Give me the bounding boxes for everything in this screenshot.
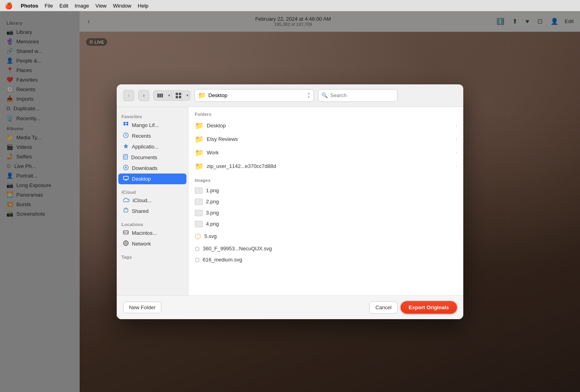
- menu-window[interactable]: Window: [113, 3, 131, 9]
- svg-icon-616: ⬡: [195, 257, 200, 263]
- dialog-footer: New Folder Cancel Export Originals: [117, 295, 463, 319]
- svg-rect-10: [123, 176, 128, 179]
- png-icon-3: [195, 210, 203, 216]
- folder-chevron-work: ›: [456, 150, 457, 155]
- svg-rect-12: [124, 209, 128, 212]
- image-name-2: 2.png: [206, 199, 457, 205]
- menu-edit[interactable]: Edit: [59, 3, 68, 9]
- sidebar-macintosh-hd[interactable]: Macintos...: [118, 228, 186, 238]
- dialog-sidebar: Favorites Mango Lif...: [117, 107, 188, 295]
- search-input[interactable]: [330, 92, 394, 98]
- app-name: Photos: [21, 3, 38, 9]
- view-chevron-down[interactable]: ▾: [167, 93, 172, 98]
- folder-chevron-zip: ›: [456, 164, 457, 168]
- dialog-back-button[interactable]: ‹: [123, 90, 134, 101]
- locations-section: Locations Macintos...: [117, 218, 188, 251]
- desktop-label: Desktop: [132, 176, 151, 182]
- folder-item-work[interactable]: 📁 Work ›: [192, 146, 460, 160]
- downloads-icon: [123, 165, 129, 172]
- location-selector[interactable]: 📁 Desktop ▲ ▼: [194, 89, 314, 102]
- documents-icon: [123, 154, 128, 161]
- image-name-616: 616_medium.svg: [203, 257, 457, 263]
- apple-icon[interactable]: 🍎: [5, 2, 13, 10]
- sidebar-desktop[interactable]: Desktop: [118, 174, 186, 184]
- dialog-toolbar: ‹ › ▾: [117, 84, 463, 107]
- svg-rect-3: [176, 93, 178, 95]
- mango-life-label: Mango Lif...: [132, 122, 159, 128]
- sidebar-recents[interactable]: Recents: [118, 131, 186, 141]
- sidebar-shared-icloud[interactable]: Shared: [118, 206, 186, 216]
- folders-header: Folders: [188, 107, 463, 119]
- menu-file[interactable]: File: [45, 3, 53, 9]
- dialog-overlay: ‹ › ▾: [0, 11, 580, 392]
- image-item-1[interactable]: 1.png: [192, 185, 460, 196]
- image-name-1: 1.png: [206, 187, 457, 193]
- svg-rect-4: [179, 93, 181, 95]
- folder-name-etsy: Etsy Reviews: [207, 136, 453, 142]
- menu-help[interactable]: Help: [138, 3, 149, 9]
- image-name-5: 5.svg: [204, 233, 457, 239]
- menu-image[interactable]: Image: [74, 3, 89, 9]
- icloud-section-title: iCloud: [117, 187, 188, 195]
- desktop-icon: [123, 176, 129, 182]
- icloud-icon: [123, 197, 129, 204]
- dialog-content: Folders 📁 Desktop › 📁 Etsy Reviews › 📁: [188, 107, 463, 295]
- location-text: Desktop: [208, 92, 305, 98]
- cancel-button[interactable]: Cancel: [369, 301, 397, 314]
- svg-icon-5: ⬡: [195, 232, 201, 241]
- tags-section-title: Tags: [117, 252, 188, 260]
- svg-rect-5: [176, 96, 178, 98]
- sidebar-mango-life[interactable]: Mango Lif...: [118, 120, 186, 131]
- grid-view-button[interactable]: [172, 91, 185, 100]
- images-header: Images: [188, 173, 463, 185]
- image-item-5[interactable]: ⬡ 5.svg: [192, 230, 460, 243]
- shared-icloud-icon: [123, 208, 129, 215]
- dropbox-icon: [123, 122, 129, 129]
- location-chevrons: ▲ ▼: [307, 92, 310, 99]
- sidebar-downloads[interactable]: Downloads: [118, 163, 186, 174]
- menu-view[interactable]: View: [96, 3, 107, 9]
- folder-icon: 📁: [195, 121, 204, 130]
- folder-chevron: ›: [456, 123, 457, 128]
- folder-name-desktop: Desktop: [207, 123, 453, 129]
- image-item-4[interactable]: 4.png: [192, 218, 460, 230]
- save-dialog: ‹ › ▾: [117, 84, 463, 319]
- png-icon-1: [195, 187, 203, 194]
- footer-left: New Folder: [123, 302, 161, 313]
- image-item-360[interactable]: ⬡ 360_F_99953...NecuQlJX.svg: [192, 243, 460, 254]
- image-item-616[interactable]: ⬡ 616_medium.svg: [192, 254, 460, 265]
- view-selector: ▾ ▾: [153, 90, 190, 101]
- image-item-3[interactable]: 3.png: [192, 207, 460, 218]
- folder-item-desktop[interactable]: 📁 Desktop ›: [192, 119, 460, 133]
- image-item-2[interactable]: 2.png: [192, 196, 460, 207]
- network-icon: [123, 240, 129, 247]
- applications-label: Applicatio...: [132, 144, 159, 150]
- images-list: 1.png 2.png 3.png 4.png ⬡: [188, 185, 463, 265]
- sidebar-documents[interactable]: Documents: [118, 152, 186, 163]
- location-folder-icon: 📁: [198, 92, 206, 99]
- png-icon-2: [195, 199, 203, 205]
- network-label: Network: [132, 241, 151, 247]
- sidebar-icloud-drive[interactable]: iCloud...: [118, 195, 186, 206]
- new-folder-button[interactable]: New Folder: [123, 302, 161, 313]
- macintosh-hd-label: Macintos...: [132, 230, 157, 236]
- sidebar-network[interactable]: Network: [118, 238, 186, 249]
- column-view-button[interactable]: [154, 91, 167, 100]
- image-name-360: 360_F_99953...NecuQlJX.svg: [203, 246, 457, 252]
- export-originals-button[interactable]: Export Originals: [401, 301, 457, 314]
- downloads-label: Downloads: [132, 165, 157, 171]
- search-box[interactable]: 🔍: [318, 89, 398, 102]
- grid-chevron-down[interactable]: ▾: [185, 93, 190, 98]
- recents-label: Recents: [132, 133, 151, 139]
- dialog-forward-button[interactable]: ›: [138, 90, 149, 101]
- folder-item-zip[interactable]: 📁 zip_user_1142...e370cc7d88d ›: [192, 160, 460, 173]
- favorites-section: Favorites Mango Lif...: [117, 110, 188, 186]
- documents-label: Documents: [131, 154, 157, 160]
- folder-name-zip: zip_user_1142...e370cc7d88d: [207, 163, 453, 169]
- folder-item-etsy[interactable]: 📁 Etsy Reviews ›: [192, 133, 460, 146]
- sidebar-applications[interactable]: Applicatio...: [118, 141, 186, 152]
- icloud-section: iCloud iCloud...: [117, 186, 188, 218]
- folders-list: 📁 Desktop › 📁 Etsy Reviews › 📁 Work ›: [188, 119, 463, 173]
- folder-icon-zip: 📁: [195, 162, 204, 171]
- folder-icon-etsy: 📁: [195, 135, 204, 144]
